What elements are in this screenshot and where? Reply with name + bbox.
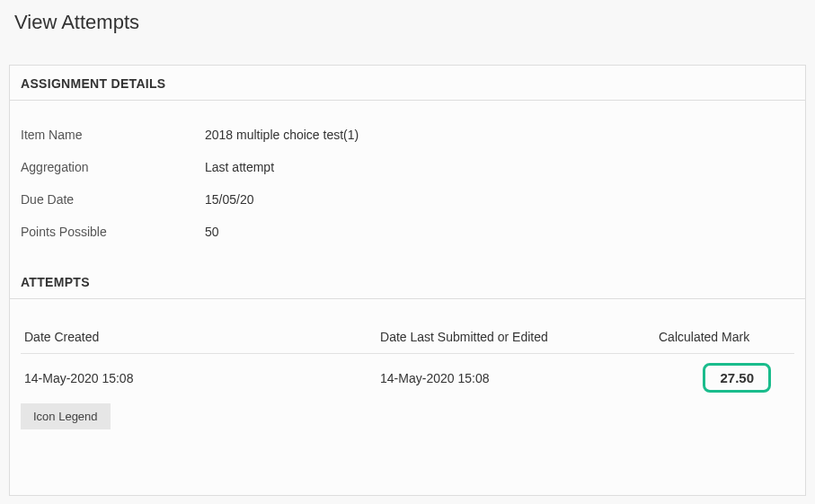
detail-row-due-date: Due Date 15/05/20	[21, 183, 794, 216]
detail-row-item-name: Item Name 2018 multiple choice test(1)	[21, 119, 794, 151]
table-header-row: Date Created Date Last Submitted or Edit…	[21, 321, 794, 354]
cell-date-created: 14-May-2020 15:08	[21, 354, 376, 402]
detail-label: Aggregation	[21, 160, 205, 174]
assignment-details-header: ASSIGNMENT DETAILS	[10, 66, 805, 100]
col-header-date-created: Date Created	[21, 321, 376, 354]
detail-row-points: Points Possible 50	[21, 216, 794, 248]
detail-row-aggregation: Aggregation Last attempt	[21, 151, 794, 183]
table-row[interactable]: 14-May-2020 15:08 14-May-2020 15:08 27.5…	[21, 354, 794, 402]
detail-label: Item Name	[21, 128, 205, 142]
attempts-header: ATTEMPTS	[10, 264, 805, 298]
detail-value: Last attempt	[205, 160, 274, 174]
page-title: View Attempts	[9, 11, 806, 34]
detail-value: 15/05/20	[205, 192, 254, 207]
cell-calc-mark: 27.50	[655, 354, 794, 402]
assignment-details-block: Item Name 2018 multiple choice test(1) A…	[10, 101, 805, 264]
icon-legend-button[interactable]: Icon Legend	[21, 403, 111, 429]
col-header-calc-mark: Calculated Mark	[655, 321, 794, 354]
detail-label: Points Possible	[21, 225, 205, 239]
detail-value: 50	[205, 225, 219, 239]
detail-label: Due Date	[21, 192, 205, 207]
attempts-table: Date Created Date Last Submitted or Edit…	[21, 321, 794, 402]
cell-date-submitted: 14-May-2020 15:08	[376, 354, 655, 402]
attempts-block: Date Created Date Last Submitted or Edit…	[10, 299, 805, 447]
col-header-date-submitted: Date Last Submitted or Edited	[376, 321, 655, 354]
detail-value: 2018 multiple choice test(1)	[205, 128, 359, 142]
calculated-mark-value: 27.50	[703, 363, 771, 393]
main-panel: ASSIGNMENT DETAILS Item Name 2018 multip…	[9, 65, 806, 496]
